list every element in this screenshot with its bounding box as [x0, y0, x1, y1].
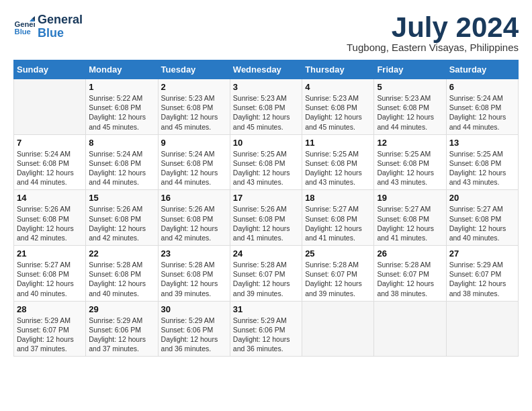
day-detail: Sunrise: 5:25 AMSunset: 6:08 PMDaylight:…: [233, 149, 299, 187]
week-row-2: 14 Sunrise: 5:26 AMSunset: 6:08 PMDaylig…: [14, 190, 519, 246]
day-detail: Sunrise: 5:29 AMSunset: 6:06 PMDaylight:…: [89, 316, 154, 354]
day-cell: 27 Sunrise: 5:29 AMSunset: 6:07 PMDaylig…: [446, 246, 518, 302]
day-number: 2: [161, 82, 227, 92]
day-cell: 25 Sunrise: 5:28 AMSunset: 6:07 PMDaylig…: [302, 246, 374, 302]
title-block: July 2024 Tugbong, Eastern Visayas, Phil…: [347, 13, 519, 53]
day-cell: 7 Sunrise: 5:24 AMSunset: 6:08 PMDayligh…: [14, 134, 86, 190]
day-detail: Sunrise: 5:29 AMSunset: 6:06 PMDaylight:…: [233, 316, 299, 354]
page-header: General Blue General Blue July 2024 Tugb…: [13, 13, 519, 53]
logo: General Blue General Blue: [13, 13, 83, 40]
day-cell: 31 Sunrise: 5:29 AMSunset: 6:06 PMDaylig…: [230, 301, 302, 357]
day-detail: Sunrise: 5:23 AMSunset: 6:08 PMDaylight:…: [305, 93, 371, 132]
day-cell: [374, 301, 446, 357]
logo-general: General: [38, 13, 83, 27]
day-detail: Sunrise: 5:25 AMSunset: 6:08 PMDaylight:…: [305, 149, 371, 187]
day-number: 9: [161, 138, 227, 148]
header-wednesday: Wednesday: [230, 60, 302, 79]
day-detail: Sunrise: 5:24 AMSunset: 6:08 PMDaylight:…: [161, 149, 227, 187]
day-detail: Sunrise: 5:25 AMSunset: 6:08 PMDaylight:…: [449, 149, 515, 187]
day-cell: 12 Sunrise: 5:25 AMSunset: 6:08 PMDaylig…: [374, 134, 446, 190]
day-cell: 10 Sunrise: 5:25 AMSunset: 6:08 PMDaylig…: [230, 134, 302, 190]
day-detail: Sunrise: 5:26 AMSunset: 6:08 PMDaylight:…: [233, 204, 299, 242]
day-detail: Sunrise: 5:27 AMSunset: 6:08 PMDaylight:…: [377, 204, 443, 242]
day-number: 5: [377, 82, 443, 92]
day-number: 4: [305, 82, 371, 92]
day-number: 28: [17, 304, 83, 314]
day-cell: 5 Sunrise: 5:23 AMSunset: 6:08 PMDayligh…: [374, 79, 446, 135]
day-cell: 26 Sunrise: 5:28 AMSunset: 6:07 PMDaylig…: [374, 246, 446, 302]
day-detail: Sunrise: 5:28 AMSunset: 6:08 PMDaylight:…: [89, 260, 154, 298]
day-cell: [302, 301, 374, 357]
day-detail: Sunrise: 5:27 AMSunset: 6:08 PMDaylight:…: [17, 260, 83, 298]
day-detail: Sunrise: 5:28 AMSunset: 6:07 PMDaylight:…: [305, 260, 371, 298]
day-cell: 23 Sunrise: 5:28 AMSunset: 6:08 PMDaylig…: [158, 246, 230, 302]
day-number: 20: [449, 193, 515, 203]
day-cell: 4 Sunrise: 5:23 AMSunset: 6:08 PMDayligh…: [302, 79, 374, 135]
day-detail: Sunrise: 5:29 AMSunset: 6:06 PMDaylight:…: [161, 316, 227, 354]
day-number: 23: [161, 248, 227, 259]
day-cell: 14 Sunrise: 5:26 AMSunset: 6:08 PMDaylig…: [14, 190, 86, 246]
day-cell: 1 Sunrise: 5:22 AMSunset: 6:08 PMDayligh…: [86, 79, 158, 135]
day-number: 19: [377, 193, 443, 203]
header-friday: Friday: [374, 60, 446, 79]
day-detail: Sunrise: 5:26 AMSunset: 6:08 PMDaylight:…: [161, 204, 227, 242]
header-monday: Monday: [86, 60, 158, 79]
header-thursday: Thursday: [302, 60, 374, 79]
day-number: 25: [305, 248, 371, 259]
day-number: 18: [305, 193, 371, 203]
day-cell: 20 Sunrise: 5:27 AMSunset: 6:08 PMDaylig…: [446, 190, 518, 246]
header-saturday: Saturday: [446, 60, 518, 79]
day-number: 26: [377, 248, 443, 259]
day-number: 6: [449, 82, 515, 92]
day-detail: Sunrise: 5:25 AMSunset: 6:08 PMDaylight:…: [377, 149, 443, 187]
week-row-0: 1 Sunrise: 5:22 AMSunset: 6:08 PMDayligh…: [14, 79, 519, 135]
location: Tugbong, Eastern Visayas, Philippines: [347, 42, 519, 53]
day-number: 17: [233, 193, 299, 203]
day-cell: 21 Sunrise: 5:27 AMSunset: 6:08 PMDaylig…: [14, 246, 86, 302]
day-number: 11: [305, 138, 371, 148]
day-cell: 13 Sunrise: 5:25 AMSunset: 6:08 PMDaylig…: [446, 134, 518, 190]
day-number: 31: [233, 304, 299, 314]
day-detail: Sunrise: 5:26 AMSunset: 6:08 PMDaylight:…: [17, 204, 83, 242]
day-cell: [14, 79, 86, 135]
day-cell: 15 Sunrise: 5:26 AMSunset: 6:08 PMDaylig…: [86, 190, 158, 246]
day-number: 7: [17, 138, 83, 148]
day-cell: 3 Sunrise: 5:23 AMSunset: 6:08 PMDayligh…: [230, 79, 302, 135]
day-detail: Sunrise: 5:24 AMSunset: 6:08 PMDaylight:…: [17, 149, 83, 187]
header-sunday: Sunday: [14, 60, 86, 79]
day-number: 16: [161, 193, 227, 203]
day-number: 13: [449, 138, 515, 148]
day-detail: Sunrise: 5:29 AMSunset: 6:07 PMDaylight:…: [17, 316, 83, 354]
header-row: SundayMondayTuesdayWednesdayThursdayFrid…: [14, 60, 519, 79]
day-cell: 18 Sunrise: 5:27 AMSunset: 6:08 PMDaylig…: [302, 190, 374, 246]
day-number: 29: [89, 304, 154, 314]
svg-text:Blue: Blue: [15, 28, 31, 36]
day-cell: 24 Sunrise: 5:28 AMSunset: 6:07 PMDaylig…: [230, 246, 302, 302]
day-number: 30: [161, 304, 227, 314]
day-cell: 28 Sunrise: 5:29 AMSunset: 6:07 PMDaylig…: [14, 301, 86, 357]
month-title: July 2024: [347, 13, 519, 42]
day-number: 8: [89, 138, 154, 148]
calendar-table: SundayMondayTuesdayWednesdayThursdayFrid…: [13, 60, 519, 357]
day-number: 21: [17, 248, 83, 259]
day-detail: Sunrise: 5:22 AMSunset: 6:08 PMDaylight:…: [89, 93, 154, 132]
day-cell: 11 Sunrise: 5:25 AMSunset: 6:08 PMDaylig…: [302, 134, 374, 190]
week-row-3: 21 Sunrise: 5:27 AMSunset: 6:08 PMDaylig…: [14, 246, 519, 302]
week-row-1: 7 Sunrise: 5:24 AMSunset: 6:08 PMDayligh…: [14, 134, 519, 190]
day-detail: Sunrise: 5:24 AMSunset: 6:08 PMDaylight:…: [449, 93, 515, 132]
day-cell: 22 Sunrise: 5:28 AMSunset: 6:08 PMDaylig…: [86, 246, 158, 302]
day-detail: Sunrise: 5:23 AMSunset: 6:08 PMDaylight:…: [377, 93, 443, 132]
day-cell: 8 Sunrise: 5:24 AMSunset: 6:08 PMDayligh…: [86, 134, 158, 190]
day-number: 14: [17, 193, 83, 203]
day-detail: Sunrise: 5:29 AMSunset: 6:07 PMDaylight:…: [449, 260, 515, 298]
header-tuesday: Tuesday: [158, 60, 230, 79]
day-detail: Sunrise: 5:28 AMSunset: 6:07 PMDaylight:…: [377, 260, 443, 298]
day-number: 3: [233, 82, 299, 92]
day-detail: Sunrise: 5:26 AMSunset: 6:08 PMDaylight:…: [89, 204, 154, 242]
day-cell: 2 Sunrise: 5:23 AMSunset: 6:08 PMDayligh…: [158, 79, 230, 135]
day-cell: 6 Sunrise: 5:24 AMSunset: 6:08 PMDayligh…: [446, 79, 518, 135]
day-cell: 19 Sunrise: 5:27 AMSunset: 6:08 PMDaylig…: [374, 190, 446, 246]
day-cell: 16 Sunrise: 5:26 AMSunset: 6:08 PMDaylig…: [158, 190, 230, 246]
day-detail: Sunrise: 5:23 AMSunset: 6:08 PMDaylight:…: [233, 93, 299, 132]
day-cell: 9 Sunrise: 5:24 AMSunset: 6:08 PMDayligh…: [158, 134, 230, 190]
